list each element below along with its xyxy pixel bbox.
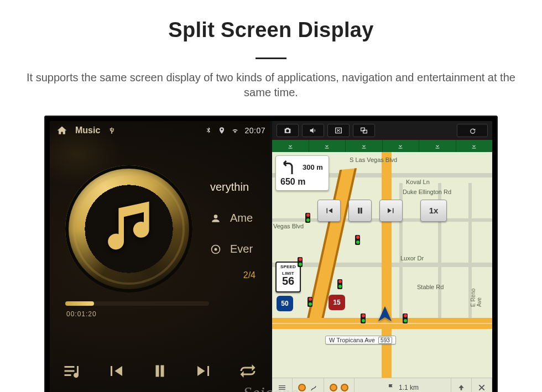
navigation-pane: S Las Vegas Blvd Koval Ln Duke Ellington…	[272, 121, 492, 392]
download-cell[interactable]	[272, 140, 309, 152]
nav-distance: 1.1 km	[399, 384, 419, 391]
music-note-icon	[97, 196, 164, 263]
traffic-light-icon	[308, 297, 312, 307]
traffic-light-icon	[305, 213, 310, 223]
title-underline	[256, 58, 286, 59]
street-label: S Las Vegas Blvd	[350, 156, 397, 163]
orange-dot-icon	[341, 384, 348, 391]
music-top-label: Music	[75, 126, 100, 135]
gps-arrow-icon	[375, 305, 395, 325]
us-route-shield: 50	[277, 296, 293, 311]
download-cell[interactable]	[346, 140, 383, 152]
page-title: Split Screen Display	[0, 14, 542, 43]
sim-prev-icon[interactable]	[317, 200, 341, 222]
download-cell[interactable]	[309, 140, 346, 152]
status-bar: 20:07	[205, 121, 265, 140]
traffic-light-icon	[361, 313, 366, 323]
download-bar	[272, 140, 492, 152]
music-pane: Music 20:07 verythin	[50, 121, 270, 392]
traffic-light-icon	[355, 235, 360, 245]
back-icon[interactable]	[457, 124, 488, 137]
download-cell[interactable]	[456, 140, 493, 152]
turn-left-icon	[280, 159, 297, 176]
street-label: Luxor Dr	[400, 255, 424, 262]
turn-distance-2: 650 m	[280, 177, 323, 187]
track-row[interactable]: Ame	[210, 203, 260, 234]
person-icon	[210, 213, 222, 224]
street-label: Stable Rd	[417, 284, 444, 290]
download-cell[interactable]	[419, 140, 456, 152]
disc-icon	[210, 244, 222, 255]
track-row[interactable]: Ever	[210, 234, 260, 265]
turn-card: 300 m 650 m	[275, 155, 329, 191]
map-canvas[interactable]: S Las Vegas Blvd Koval Ln Duke Ellington…	[272, 152, 492, 378]
street-label: Koval Ln	[406, 179, 430, 185]
prev-track-icon[interactable]	[101, 356, 131, 386]
nav-system-bar	[272, 121, 492, 140]
nav-bottom-bar: 1.1 km	[272, 378, 492, 392]
status-clock: 20:07	[244, 126, 265, 135]
traffic-light-icon	[403, 313, 408, 323]
street-label: Duke Ellington Rd	[403, 189, 451, 195]
traffic-light-icon	[337, 279, 342, 289]
sim-pause-icon[interactable]	[348, 200, 372, 222]
repeat-icon[interactable]	[233, 356, 263, 386]
usb-icon	[108, 127, 116, 134]
track-list: verythin Ame Ever	[210, 172, 260, 265]
download-cell[interactable]	[383, 140, 420, 152]
pause-icon[interactable]	[145, 356, 175, 386]
camera-icon[interactable]	[277, 124, 299, 137]
windows-icon[interactable]	[353, 124, 375, 137]
traffic-light-icon	[298, 257, 303, 267]
street-callout: W Tropicana Ave 593	[325, 336, 396, 344]
track-title: verythin	[210, 181, 249, 194]
turn-distance-1: 300 m	[303, 163, 323, 171]
sim-next-icon[interactable]	[379, 200, 403, 222]
playlist-icon[interactable]	[57, 356, 87, 386]
wifi-icon	[231, 127, 239, 134]
interstate-shield: 15	[329, 295, 345, 310]
track-row[interactable]: verythin	[210, 172, 260, 203]
track-counter: 2/4	[243, 270, 256, 280]
home-icon[interactable]	[56, 125, 67, 136]
bluetooth-icon	[205, 127, 212, 134]
music-controls	[50, 344, 270, 392]
track-title: Ame	[230, 212, 253, 224]
elapsed-time: 00:01:20	[66, 310, 97, 318]
svg-point-1	[215, 248, 217, 250]
close-window-icon[interactable]	[327, 124, 350, 137]
location-icon	[218, 127, 226, 134]
progress-bar[interactable]	[65, 301, 209, 306]
nav-close-icon[interactable]	[472, 378, 492, 392]
nav-up-icon[interactable]	[451, 378, 472, 392]
track-title: Ever	[230, 243, 253, 255]
orange-dot-icon	[298, 384, 306, 391]
flag-icon	[387, 383, 395, 392]
progress-fill	[65, 301, 94, 306]
music-topbar: Music 20:07	[50, 121, 270, 140]
orange-dot-icon	[330, 384, 337, 391]
nav-menu-icon[interactable]	[272, 378, 293, 392]
street-label: Vegas Blvd	[273, 223, 304, 229]
nav-waypoints-icon[interactable]	[324, 378, 355, 392]
split-screen: Music 20:07 verythin	[50, 121, 492, 392]
nav-flag-dist[interactable]: 1.1 km	[355, 378, 451, 392]
sim-speed-button[interactable]: 1x	[420, 200, 447, 222]
device-frame: Music 20:07 verythin	[44, 116, 498, 392]
nav-detour-icon[interactable]	[293, 378, 324, 392]
volume-icon[interactable]	[302, 124, 324, 137]
page-subtitle: It supports the same screen display of t…	[0, 70, 542, 104]
next-track-icon[interactable]	[189, 356, 219, 386]
street-label: E Reno Ave	[470, 285, 482, 307]
